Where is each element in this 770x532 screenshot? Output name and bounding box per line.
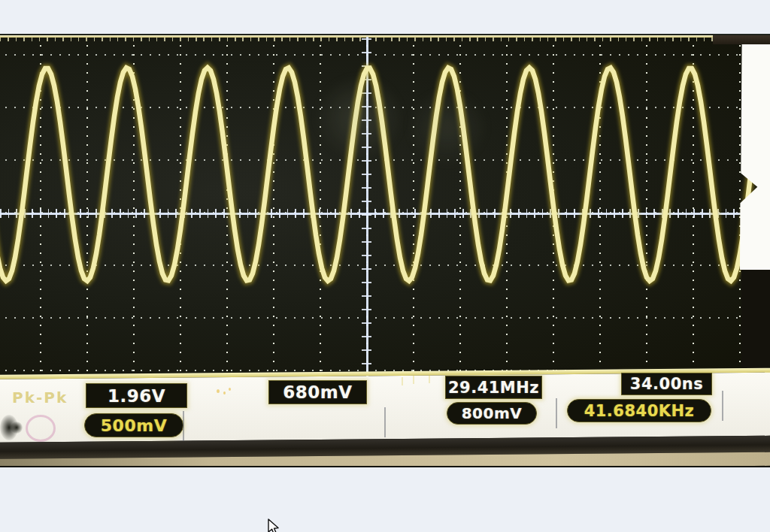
photo-of-oscilloscope: Pk-Pk 1.96V 680mV 29.41MHz 34.00ns 500mV… <box>0 34 770 467</box>
photo-corner <box>713 35 770 44</box>
readout-band <box>0 372 770 443</box>
picture-viewer-window: Pk-Pk 1.96V 680mV 29.41MHz 34.00ns 500mV… <box>0 0 770 532</box>
mouse-cursor <box>267 518 283 532</box>
crt-display <box>0 35 770 382</box>
glare-highlight <box>737 40 770 270</box>
lens-smudge <box>406 88 489 167</box>
viewer-toolbar: ? <box>0 508 770 532</box>
scope-lower-panel <box>0 367 770 467</box>
lens-smudge <box>314 74 405 161</box>
bezel-shadow <box>741 268 770 382</box>
